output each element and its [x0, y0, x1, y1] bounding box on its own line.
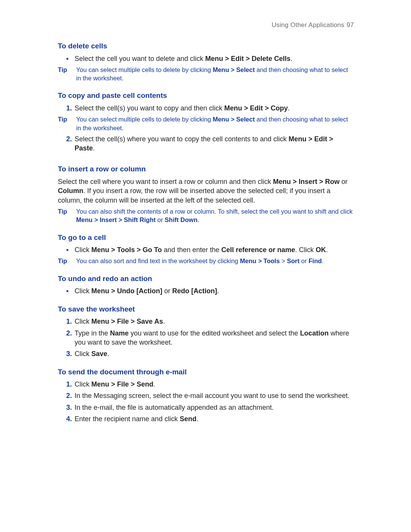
list-item: 2. Select the cell(s) where you want to … — [66, 134, 354, 153]
tip: Tip You can also shift the contents of a… — [58, 207, 354, 224]
text-bold: Menu > Select — [213, 116, 255, 123]
tip-body: You can also shift the contents of a row… — [76, 207, 354, 224]
text: You can also sort and find text in the w… — [76, 257, 240, 264]
text: or — [299, 257, 309, 264]
list-item: 3. In the e-mail, the file is automatica… — [66, 403, 354, 412]
tip: Tip You can select multiple cells to del… — [58, 115, 354, 132]
list-item: 3. Click Save. — [66, 349, 354, 358]
text: . — [107, 350, 109, 358]
text: . If you insert a row, the row will be i… — [58, 187, 330, 204]
text: Select the cell(s) where you want to cop… — [75, 135, 288, 143]
list-item: 1. Select the cell(s) you want to copy a… — [66, 104, 354, 113]
text: You can select multiple cells to delete … — [76, 66, 213, 73]
text-bold: Cell reference or name — [221, 246, 295, 254]
heading-copy-paste: To copy and paste cell contents — [58, 91, 354, 101]
text-bold: Location — [300, 329, 328, 337]
heading-undo-redo: To undo and redo an action — [58, 274, 354, 284]
text: and then enter the — [162, 246, 221, 254]
list-number: 2. — [66, 134, 72, 144]
list: Select the cell you want to delete and c… — [66, 54, 354, 63]
text: You can select multiple cells to delete … — [76, 116, 213, 123]
list-number: 4. — [66, 414, 72, 423]
text: you want to use for the edited worksheet… — [129, 329, 300, 337]
list: Click Menu > Tools > Go To and then ente… — [66, 245, 354, 254]
list-item: 2. In the Messaging screen, select the e… — [66, 391, 354, 400]
ordered-list: 2. Select the cell(s) where you want to … — [66, 134, 354, 153]
text: . — [322, 257, 324, 264]
paragraph: Select the cell where you want to insert… — [58, 177, 354, 205]
text-bold: OK — [316, 246, 326, 254]
running-header: Using Other Applications97 — [58, 21, 354, 30]
text: . — [326, 246, 328, 254]
text: In the e-mail, the file is automatically… — [75, 404, 274, 411]
text: Select the cell you want to delete and c… — [75, 55, 205, 62]
list-item: 1. Click Menu > File > Save As. — [66, 317, 354, 326]
text-bold: Column — [58, 187, 83, 195]
text-bold: Menu > Select — [213, 66, 255, 73]
text: . — [290, 55, 292, 62]
text-bold: Name — [110, 329, 129, 337]
list-number: 2. — [66, 329, 72, 338]
heading-save-worksheet: To save the worksheet — [58, 304, 354, 314]
text-bold: Menu > Insert > Row — [273, 178, 339, 185]
text-bold: Redo [Action] — [172, 287, 217, 295]
text: . — [163, 318, 165, 325]
list-number: 1. — [66, 317, 72, 326]
heading-insert-row-column: To insert a row or column — [58, 164, 354, 174]
text: Click — [75, 318, 91, 325]
text: Select the cell where you want to insert… — [58, 178, 273, 185]
heading-delete-cells: To delete cells — [58, 41, 354, 51]
text-bold: Menu > Tools — [240, 257, 280, 264]
heading-go-to-cell: To go to a cell — [58, 233, 354, 243]
text: Click — [75, 350, 91, 358]
text: . — [288, 104, 290, 112]
list-item: Click Menu > Tools > Go To and then ente… — [66, 245, 354, 254]
text-bold: Menu > Edit > Copy — [224, 104, 288, 112]
chapter-title: Using Other Applications — [272, 21, 344, 29]
text-bold: Menu > File > Send — [91, 380, 153, 388]
list-number: 3. — [66, 349, 72, 358]
tip-label: Tip — [58, 257, 76, 265]
list-number: 3. — [66, 403, 72, 412]
page-number: 97 — [347, 21, 354, 29]
list-item: 4. Enter the recipient name and click Se… — [66, 414, 354, 423]
text: Type in the — [75, 329, 110, 337]
text-bold: Menu > Insert > Shift Right — [76, 216, 156, 223]
page: Using Other Applications97 To delete cel… — [0, 0, 411, 423]
text: or — [156, 216, 165, 223]
heading-send-email: To send the document through e-mail — [58, 367, 354, 377]
text-bold: Shift Down — [165, 216, 198, 223]
text: You can also shift the contents of a row… — [76, 208, 352, 215]
list-number: 1. — [66, 380, 72, 389]
tip: Tip You can also sort and find text in t… — [58, 257, 354, 265]
text-bold: Sort — [287, 257, 299, 264]
text: Click — [75, 287, 91, 295]
text: In the Messaging screen, select the e-ma… — [75, 392, 349, 399]
tip-label: Tip — [58, 115, 76, 132]
text: Click — [75, 246, 91, 254]
text: . — [196, 415, 198, 423]
text: . — [217, 287, 219, 295]
text-bold: Menu > Undo [Action] — [91, 287, 162, 295]
ordered-list: 1. Click Menu > File > Save As. 2. Type … — [66, 317, 354, 358]
list: Click Menu > Undo [Action] or Redo [Acti… — [66, 286, 354, 296]
tip-body: You can also sort and find text in the w… — [76, 257, 354, 265]
text: . Click — [295, 246, 316, 254]
list-item: 2. Type in the Name you want to use for … — [66, 329, 354, 347]
text: . — [198, 216, 199, 223]
tip-label: Tip — [58, 207, 76, 224]
tip-body: You can select multiple cells to delete … — [76, 115, 354, 132]
list-number: 1. — [66, 104, 72, 113]
text: > — [280, 257, 287, 264]
text: Enter the recipient name and click — [75, 415, 180, 423]
tip: Tip You can select multiple cells to del… — [58, 66, 354, 83]
text-bold: Menu > Tools > Go To — [91, 246, 162, 254]
list-item: Click Menu > Undo [Action] or Redo [Acti… — [66, 286, 354, 296]
text: . — [153, 380, 155, 388]
text-bold: Send — [180, 415, 196, 423]
text-bold: Save — [91, 350, 107, 358]
list-number: 2. — [66, 391, 72, 400]
tip-body: You can select multiple cells to delete … — [76, 66, 354, 83]
list-item: Select the cell you want to delete and c… — [66, 54, 354, 63]
text: . — [93, 144, 95, 152]
